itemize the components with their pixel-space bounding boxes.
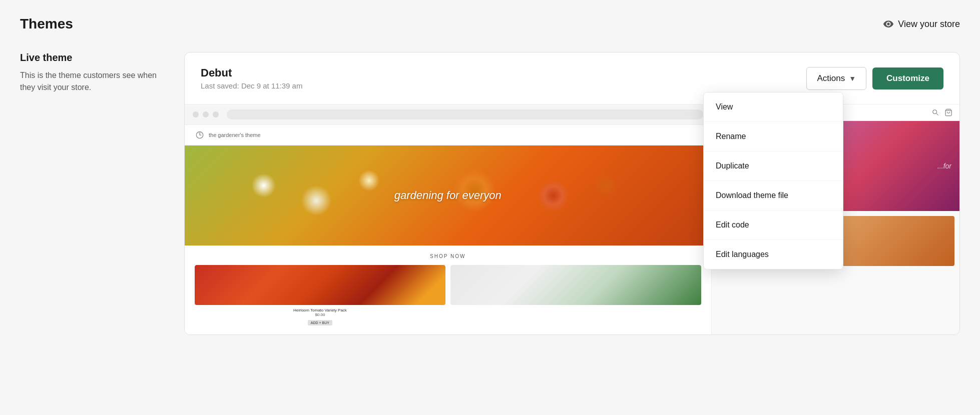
- browser-dot-2: [203, 112, 209, 118]
- eye-icon: [883, 18, 894, 30]
- browser-bar: [185, 104, 711, 125]
- browser-dot-3: [213, 112, 219, 118]
- live-theme-description: This is the theme customers see when the…: [20, 70, 160, 94]
- product-item-flower: [450, 265, 701, 329]
- theme-info: Debut Last saved: Dec 9 at 11:39 am: [201, 66, 302, 90]
- page-header: Themes View your store: [20, 16, 960, 32]
- view-store-button[interactable]: View your store: [883, 18, 960, 30]
- hero-text: gardening for everyon: [394, 189, 502, 202]
- theme-name: Debut: [201, 66, 302, 80]
- dropdown-item-edit-languages[interactable]: Edit languages: [704, 240, 843, 269]
- theme-last-saved: Last saved: Dec 9 at 11:39 am: [201, 82, 302, 90]
- hero-image: gardening for everyon: [185, 146, 711, 246]
- actions-dropdown: View Rename Duplicate Download theme fil…: [703, 92, 843, 270]
- main-content: Live theme This is the theme customers s…: [20, 52, 960, 335]
- product-image-flower: [450, 265, 701, 305]
- chevron-down-icon: ▼: [849, 74, 856, 82]
- product-image-tomato: [195, 265, 445, 305]
- browser-dot-1: [193, 112, 199, 118]
- search-icon: [931, 108, 939, 116]
- product-item-tomato: Heirloom Tomato Variety Pack $0.00 ADD +…: [195, 265, 445, 329]
- customize-button[interactable]: Customize: [872, 68, 943, 90]
- theme-card-header: Debut Last saved: Dec 9 at 11:39 am Acti…: [185, 52, 959, 104]
- actions-label: Actions: [817, 74, 845, 84]
- preview-browser: the gardener's theme gardening for every…: [185, 104, 712, 334]
- product-name: Heirloom Tomato Variety Pack: [196, 308, 444, 312]
- live-theme-label: Live theme: [20, 52, 160, 64]
- dropdown-item-duplicate[interactable]: Duplicate: [704, 152, 843, 181]
- store-logo: the gardener's theme: [195, 130, 261, 140]
- dropdown-item-edit-code[interactable]: Edit code: [704, 210, 843, 240]
- page-wrapper: Themes View your store Live theme This i…: [0, 0, 980, 415]
- store-logo-icon: [195, 130, 205, 140]
- theme-card: Debut Last saved: Dec 9 at 11:39 am Acti…: [184, 52, 960, 335]
- product-grid: Heirloom Tomato Variety Pack $0.00 ADD +…: [195, 265, 701, 333]
- browser-url-bar: [227, 110, 703, 120]
- dropdown-item-download[interactable]: Download theme file: [704, 181, 843, 210]
- product-add-button[interactable]: ADD + BUY: [308, 320, 332, 326]
- preview-content: the gardener's theme gardening for every…: [185, 125, 711, 333]
- dropdown-item-rename[interactable]: Rename: [704, 122, 843, 152]
- sidebar-info: Live theme This is the theme customers s…: [20, 52, 160, 94]
- theme-actions: Actions ▼ View Rename Duplicate Download…: [806, 67, 943, 90]
- shop-now-label: SHOP NOW: [195, 254, 701, 259]
- view-store-label: View your store: [898, 19, 960, 30]
- cart-icon: [944, 108, 952, 116]
- actions-button[interactable]: Actions ▼: [806, 67, 866, 90]
- svg-point-2: [933, 110, 937, 114]
- preview-store-header: the gardener's theme: [185, 125, 711, 146]
- dropdown-item-view[interactable]: View: [704, 92, 843, 122]
- svg-point-0: [887, 23, 889, 25]
- product-price: $0.00: [196, 312, 444, 317]
- page-title: Themes: [20, 16, 73, 32]
- store-logo-text: the gardener's theme: [209, 132, 261, 138]
- product-section: SHOP NOW Heirloom Tomato Variety Pack $0…: [185, 246, 711, 333]
- product-info-tomato: Heirloom Tomato Variety Pack $0.00 ADD +…: [195, 305, 445, 329]
- second-hero-text: ...for: [929, 154, 959, 178]
- svg-line-3: [936, 114, 938, 116]
